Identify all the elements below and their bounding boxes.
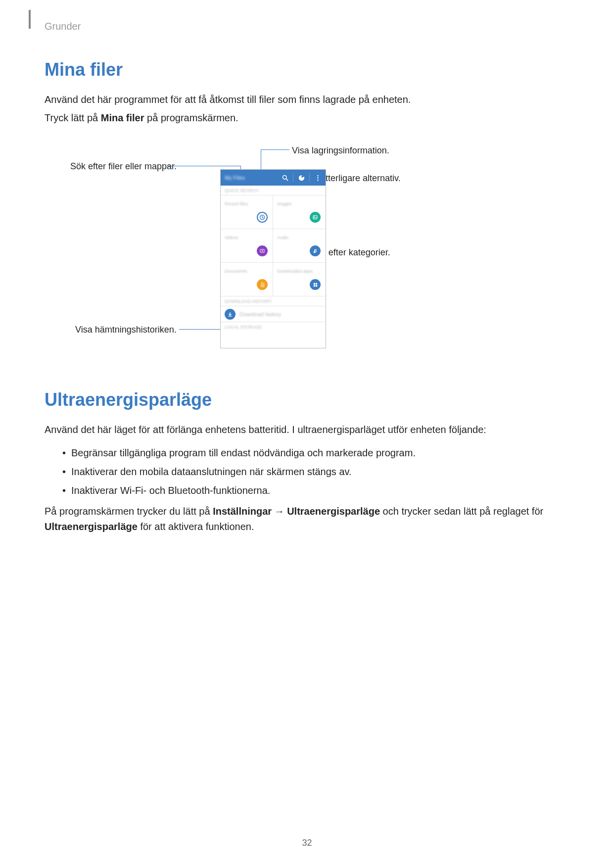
more-options-icon[interactable] — [313, 173, 323, 183]
tile-audio[interactable]: Audio — [273, 229, 326, 263]
tile-audio-label: Audio — [277, 235, 288, 240]
download-history-item-label: Download history — [239, 311, 281, 317]
app-bar-separator-2 — [309, 173, 310, 182]
closing-pre: På programskärmen trycker du lätt på — [45, 506, 213, 517]
page-number: 32 — [0, 838, 614, 848]
closing-bold2: Ultraenergisparläge — [287, 506, 380, 517]
download-icon — [225, 309, 236, 320]
tile-videos-label: Videos — [225, 235, 238, 240]
svg-rect-16 — [313, 285, 315, 286]
category-grid: Recent files Images Videos — [221, 195, 326, 296]
line-downloads-h — [179, 329, 225, 330]
closing-bold1: Inställningar — [213, 506, 272, 517]
documents-icon — [257, 279, 268, 290]
audio-icon — [310, 245, 321, 256]
closing-arrow: → — [272, 506, 287, 517]
download-history-item[interactable]: Download history — [221, 306, 326, 322]
storage-pie-icon[interactable] — [296, 173, 306, 183]
line-search-h — [167, 166, 240, 166]
section2-intro: Använd det här läget för att förlänga en… — [45, 422, 569, 437]
tile-recent-label: Recent files — [225, 201, 248, 206]
tile-images-label: Images — [277, 201, 292, 206]
tile-images[interactable]: Images — [273, 195, 326, 229]
line-storage-h — [261, 149, 289, 150]
section1-paragraph-2: Tryck lätt på Mina filer på programskärm… — [45, 110, 569, 126]
tile-downloaded-label: Downloaded apps — [277, 269, 313, 274]
svg-point-4 — [317, 177, 319, 179]
callout-storage-label: Visa lagringsinformation. — [292, 145, 389, 156]
closing-post: för att aktivera funktionen. — [138, 521, 254, 532]
downloaded-apps-icon — [310, 279, 321, 290]
my-files-screenshot: My Files QUICK SEARCH Recent files — [220, 169, 326, 348]
closing-bold3: Ultraenergisparläge — [45, 521, 138, 532]
svg-point-3 — [317, 175, 319, 176]
bullet-2: Inaktiverar den mobila dataanslutningen … — [62, 462, 569, 481]
local-storage-label: LOCAL STORAGE — [225, 325, 262, 330]
search-icon[interactable] — [280, 173, 290, 183]
para2-pre: Tryck lätt på — [45, 112, 101, 123]
svg-marker-10 — [262, 250, 263, 252]
local-storage-header: LOCAL STORAGE — [221, 322, 326, 332]
para2-bold: Mina filer — [101, 112, 144, 123]
videos-icon — [257, 245, 268, 256]
svg-rect-17 — [315, 285, 317, 286]
closing-mid: och trycker sedan lätt på reglaget för — [380, 506, 543, 517]
svg-point-0 — [283, 175, 286, 179]
callout-search-label: Sök efter filer eller mappar. — [70, 161, 177, 172]
app-bar: My Files — [221, 170, 326, 186]
download-history-header-label: DOWNLOAD HISTORY — [225, 299, 272, 304]
app-bar-title: My Files — [224, 175, 277, 181]
recent-icon — [257, 212, 268, 223]
bullet-3: Inaktiverar Wi-Fi- och Bluetooth-funktio… — [62, 481, 569, 500]
svg-rect-15 — [315, 283, 317, 284]
svg-point-5 — [317, 179, 319, 181]
tile-videos[interactable]: Videos — [221, 229, 273, 263]
tile-recent[interactable]: Recent files — [221, 195, 273, 229]
svg-point-11 — [314, 251, 315, 253]
svg-line-1 — [286, 179, 288, 181]
section2-bullets: Begränsar tillgängliga program till enda… — [62, 443, 569, 500]
app-bar-separator — [293, 173, 293, 182]
bullet-1: Begränsar tillgängliga program till enda… — [62, 443, 569, 462]
download-history-header: DOWNLOAD HISTORY — [221, 296, 326, 306]
images-icon — [310, 212, 321, 223]
section-title-mina-filer: Mina filer — [45, 59, 569, 80]
quick-search-label: QUICK SEARCH — [225, 188, 259, 193]
callout-downloads-label: Visa hämtningshistoriken. — [75, 325, 177, 335]
section1-paragraph-1: Använd det här programmet för att få åtk… — [45, 92, 569, 107]
quick-search-row: QUICK SEARCH — [221, 186, 326, 195]
svg-rect-14 — [313, 283, 315, 284]
diagram-my-files: Sök efter filer eller mappar. Visa lagri… — [45, 140, 569, 362]
para2-post: på programskärmen. — [144, 112, 238, 123]
tile-downloaded-apps[interactable]: Downloaded apps — [273, 263, 326, 296]
section-title-ultra: Ultraenergisparläge — [45, 389, 569, 410]
tile-documents-label: Documents — [225, 269, 247, 274]
section2-closing: På programskärmen trycker du lätt på Ins… — [45, 504, 569, 534]
page-content: Mina filer Använd det här programmet för… — [0, 0, 614, 557]
tile-documents[interactable]: Documents — [221, 263, 273, 296]
